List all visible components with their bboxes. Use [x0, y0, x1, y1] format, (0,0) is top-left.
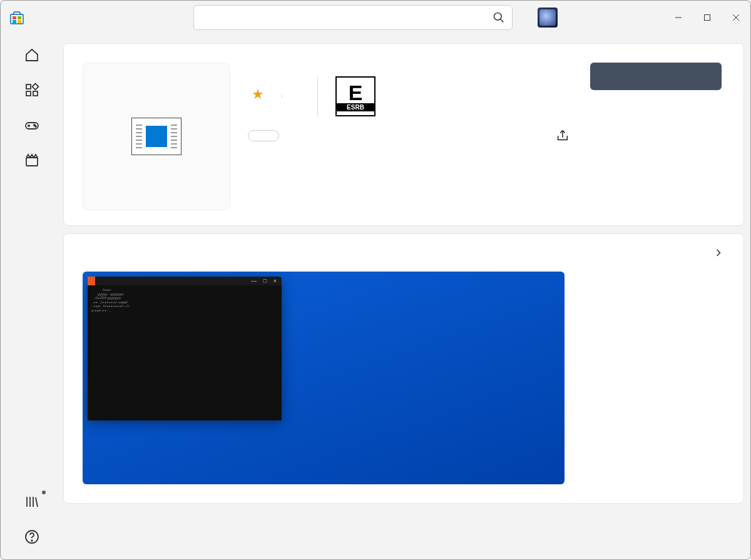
svg-point-26 [31, 540, 33, 541]
gaming-icon [24, 118, 39, 133]
search-container [193, 5, 513, 30]
minimize-button[interactable] [664, 5, 693, 30]
svg-rect-1 [13, 16, 16, 19]
svg-rect-3 [13, 20, 16, 23]
screenshot-1[interactable]: — □ × ./+o+- yyyyy- -yyyyyy+ ://+//////-… [83, 272, 565, 484]
main-content: ★ EESRB [63, 43, 745, 559]
esrb-block[interactable]: EESRB [317, 76, 383, 116]
svg-rect-11 [26, 84, 31, 89]
help-icon [24, 529, 39, 544]
maximize-button[interactable] [693, 5, 722, 30]
app-hero-card: ★ EESRB [63, 43, 744, 226]
terminal-tab-ubuntu [88, 277, 95, 285]
svg-rect-4 [18, 20, 21, 23]
close-button[interactable] [722, 5, 750, 30]
user-avatar[interactable] [538, 8, 558, 28]
screenshots-header[interactable] [64, 234, 743, 272]
search-icon[interactable] [493, 11, 505, 24]
nav-apps[interactable] [7, 80, 57, 104]
screenshots-row: — □ × ./+o+- yyyyy- -yyyyyy+ ://+//////-… [64, 272, 743, 503]
app-icon [83, 63, 230, 210]
svg-rect-8 [705, 14, 710, 20]
window-controls [664, 5, 750, 30]
svg-point-19 [35, 126, 36, 127]
title-bar [1, 1, 750, 34]
app-info: ★ EESRB [248, 63, 570, 143]
library-icon [24, 494, 39, 509]
nav-library[interactable] [7, 492, 57, 516]
nav-home[interactable] [7, 45, 57, 69]
movies-icon [24, 153, 39, 168]
star-icon: ★ [252, 86, 264, 103]
svg-rect-14 [33, 91, 38, 96]
chevron-right-icon [712, 247, 725, 259]
svg-line-24 [36, 497, 38, 507]
apps-icon [24, 83, 39, 98]
nav-gaming[interactable] [7, 115, 57, 139]
svg-rect-20 [26, 158, 38, 166]
svg-point-5 [494, 13, 502, 20]
svg-rect-2 [18, 16, 21, 19]
svg-line-6 [501, 19, 504, 22]
rating-block[interactable]: ★ [248, 86, 282, 106]
screenshots-card: — □ × ./+o+- yyyyy- -yyyyyy+ ://+//////-… [63, 233, 744, 504]
action-column [587, 63, 725, 143]
store-logo-icon [9, 10, 24, 25]
sidebar [1, 34, 63, 559]
svg-rect-12 [33, 84, 39, 90]
nav-movies-tv[interactable] [7, 150, 57, 174]
share-icon[interactable] [556, 129, 570, 143]
home-icon [24, 48, 39, 63]
category-tag[interactable] [248, 130, 279, 141]
ratings-count-block[interactable] [282, 94, 317, 98]
nav-help[interactable] [7, 527, 57, 551]
esrb-icon: EESRB [335, 76, 376, 116]
meta-row: ★ EESRB [248, 76, 570, 116]
search-input[interactable] [193, 5, 513, 30]
svg-rect-13 [26, 91, 31, 96]
get-button[interactable] [590, 63, 722, 90]
